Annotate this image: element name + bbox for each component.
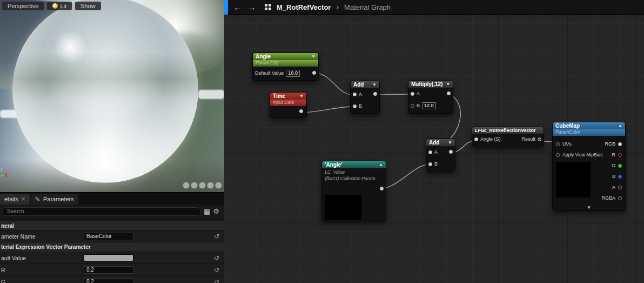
properties-list: neral ameter Name BaseColor ↺ terial Exp… — [0, 221, 224, 283]
show-button[interactable]: Show — [75, 2, 101, 10]
gear-icon[interactable]: ⚙ — [213, 207, 219, 215]
add2-output-pin[interactable] — [449, 150, 453, 154]
section-vector-parameter[interactable]: terial Expression Vector Parameter — [0, 242, 224, 252]
add1-output-pin[interactable] — [373, 92, 377, 96]
node-collection-subtitle-2: (float1) Collection Param — [322, 176, 386, 182]
node-add-2[interactable]: Add ▼ A B — [426, 139, 455, 172]
wire-add-to-multiply — [375, 94, 411, 95]
node-angle-subtitle: Param (10) — [253, 60, 318, 67]
node-add2-header[interactable]: Add ▼ — [426, 139, 455, 146]
multiply-input-a-label: A — [417, 91, 420, 96]
cubemap-g-pin[interactable] — [618, 164, 622, 168]
close-icon[interactable]: × — [22, 195, 25, 203]
forward-button[interactable]: → — [247, 0, 256, 15]
g-channel-field[interactable]: 0.2 — [84, 278, 133, 283]
perspective-button[interactable]: Perspective — [2, 2, 44, 10]
parameter-name-field[interactable]: BaseColor — [84, 233, 133, 240]
tab-parameters[interactable]: ✎ Parameters — [31, 194, 78, 205]
preview-viewport[interactable]: Perspective Lit Show : +X — [0, 0, 224, 192]
axis-gizmo: : +X — [1, 166, 8, 179]
cubemap-rgba-pin[interactable] — [618, 196, 622, 200]
grid-view-icon[interactable]: ▦ — [204, 207, 210, 215]
node-cubemap[interactable]: CubeMap ▲ ParamCube UVs Apply View MipBi… — [552, 122, 626, 211]
multiply-input-a-pin[interactable] — [411, 92, 414, 96]
multiply-input-b-pin[interactable] — [411, 104, 414, 108]
viewport-corner-icon-4[interactable] — [207, 182, 214, 189]
back-button[interactable]: ← — [233, 0, 242, 15]
breadcrumb-material-name[interactable]: M_RotRefVector — [277, 3, 331, 11]
add2-input-b-pin[interactable] — [428, 162, 432, 166]
node-lfuc-rotreflectionvector[interactable]: LFuc_RotReflectionVector Angle (S) Resul… — [472, 127, 544, 147]
multiply-input-b-label: B — [417, 103, 420, 108]
cubemap-b-pin[interactable] — [618, 175, 622, 179]
toolbar-accent — [224, 0, 228, 15]
environment-car-right — [198, 90, 224, 99]
cubemap-a-pin[interactable] — [618, 186, 622, 189]
viewport-corner-icon-5[interactable] — [215, 182, 222, 189]
wire-time-to-add — [301, 107, 353, 113]
add1-input-a-pin[interactable] — [353, 93, 357, 96]
node-cubemap-header[interactable]: CubeMap ▲ — [553, 122, 625, 129]
node-angle-param[interactable]: Angle ▼ Param (10) Default Value 10.0 — [252, 52, 319, 81]
graph-toolbar: ← → M_RotRefVector › Material Graph — [224, 0, 644, 15]
chevron-down-icon[interactable]: ▼ — [446, 82, 450, 87]
node-add-1[interactable]: Add ▼ A B — [350, 81, 380, 114]
search-input[interactable]: Search — [2, 207, 201, 216]
reset-default-value-button[interactable]: ↺ — [209, 254, 224, 262]
angle-output-pin[interactable] — [312, 71, 316, 75]
time-output-pin[interactable] — [299, 109, 303, 113]
viewport-corner-icon-3[interactable] — [199, 182, 206, 189]
node-multiply-header[interactable]: Multiply(,12) ▼ — [408, 81, 453, 88]
add2-input-a-pin[interactable] — [428, 150, 432, 154]
node-add1-header[interactable]: Add ▼ — [351, 81, 379, 88]
row-parameter-name: ameter Name BaseColor ↺ — [0, 231, 224, 242]
lfuc-output-label: Result — [521, 136, 535, 142]
g-channel-control: 0.2 — [81, 276, 209, 283]
lfuc-input-pin[interactable] — [474, 137, 478, 141]
section-general[interactable]: neral — [0, 221, 224, 231]
node-add2-title: Add — [429, 140, 439, 146]
collection-output-pin[interactable] — [380, 187, 384, 190]
angle-default-value-label: Default Value — [255, 70, 284, 76]
tab-details[interactable]: etails × — [0, 194, 30, 205]
parameter-name-control: BaseColor — [81, 231, 209, 242]
chevron-up-icon[interactable]: ▲ — [379, 162, 383, 167]
viewport-corner-icon-1[interactable] — [183, 182, 190, 189]
row-r-channel: R 0.2 ↺ — [0, 264, 224, 276]
lfuc-output-pin[interactable] — [538, 137, 541, 141]
reset-parameter-name-button[interactable]: ↺ — [209, 233, 224, 240]
node-angle-collection[interactable]: 'Angle' ▲ LC_Value (float1) Collection P… — [321, 161, 386, 221]
cubemap-r-pin[interactable] — [618, 153, 622, 157]
lit-button[interactable]: Lit — [47, 2, 72, 10]
node-time[interactable]: Time ▼ Input Data — [270, 92, 307, 118]
node-collection-header[interactable]: 'Angle' ▲ — [322, 161, 386, 168]
material-graph-canvas[interactable]: ← → M_RotRefVector › Material Graph Angl… — [224, 0, 644, 283]
viewport-toolbar: Perspective Lit Show — [2, 2, 101, 10]
multiply-b-value-field[interactable]: 12.0 — [422, 102, 436, 109]
node-lfuc-title: LFuc_RotReflectionVector — [475, 128, 536, 133]
node-lfuc-header[interactable]: LFuc_RotReflectionVector — [472, 127, 544, 134]
node-multiply[interactable]: Multiply(,12) ▼ A B 12.0 — [408, 80, 453, 114]
add1-input-b-pin[interactable] — [353, 104, 357, 108]
chevron-down-icon[interactable]: ▼ — [299, 94, 304, 98]
viewport-corner-icon-2[interactable] — [191, 182, 198, 189]
reset-r-button[interactable]: ↺ — [209, 266, 224, 274]
r-channel-field[interactable]: 0.2 — [84, 266, 133, 274]
breadcrumb-section[interactable]: Material Graph — [344, 3, 391, 11]
viewport-corner-toolbar — [183, 182, 222, 189]
multiply-output-pin[interactable] — [447, 91, 451, 95]
angle-default-value-field[interactable]: 10.0 — [286, 70, 300, 77]
chevron-down-icon[interactable]: ▼ — [448, 140, 452, 145]
node-angle-title: Angle — [256, 54, 271, 60]
chevron-down-icon[interactable]: ▼ — [311, 54, 316, 59]
cubemap-expand-icon[interactable]: ▼ — [587, 205, 591, 210]
node-time-header[interactable]: Time ▼ — [270, 93, 306, 100]
color-swatch[interactable] — [84, 254, 133, 261]
reset-g-button[interactable]: ↺ — [209, 278, 224, 283]
node-angle-header[interactable]: Angle ▼ — [253, 53, 318, 60]
cubemap-rgb-pin[interactable] — [618, 142, 622, 146]
section-vector-parameter-label: terial Expression Vector Parameter — [1, 244, 91, 250]
add2-input-b-label: B — [434, 161, 438, 167]
chevron-up-icon[interactable]: ▲ — [618, 123, 622, 128]
chevron-down-icon[interactable]: ▼ — [372, 82, 377, 87]
